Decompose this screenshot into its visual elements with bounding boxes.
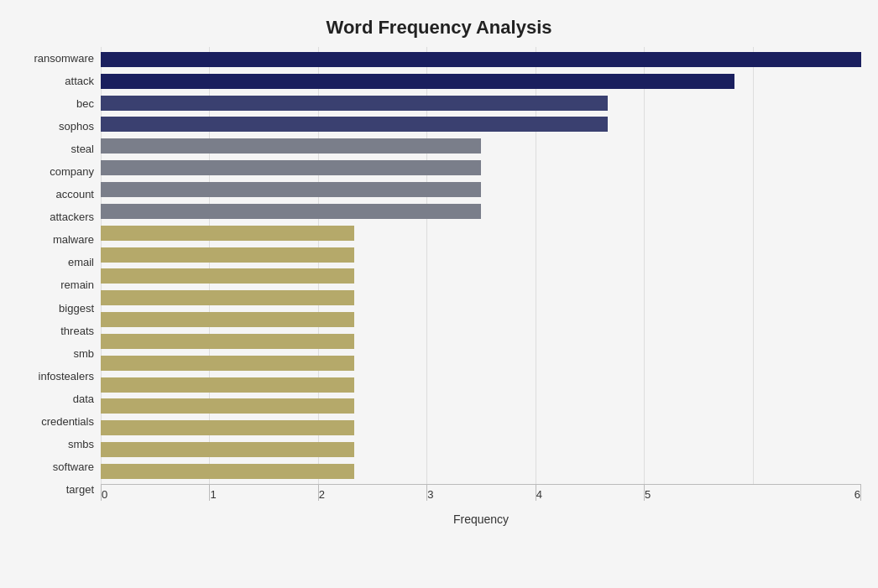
y-label-sophos: sophos [59, 117, 94, 136]
bar-biggest [101, 290, 354, 305]
bar-remain [101, 268, 354, 284]
y-label-email: email [68, 253, 94, 272]
y-label-malware: malware [53, 231, 94, 249]
y-label-credentials: credentials [41, 412, 94, 430]
y-axis: ransomwareattackbecsophosstealcompanyacc… [17, 47, 101, 526]
chart-container: Word Frequency Analysis ransomwareattack… [0, 0, 878, 588]
x-tick-5: 5 [644, 485, 752, 501]
bar-row-target [101, 463, 861, 480]
bar-row-email [101, 247, 861, 263]
y-label-infostealers: infostealers [39, 367, 94, 385]
bar-credentials [101, 398, 354, 414]
y-label-account: account [55, 185, 94, 204]
bar-malware [101, 226, 354, 241]
x-axis-wrapper: 0123456 Frequency [101, 484, 861, 526]
bar-target [101, 464, 354, 479]
bar-row-data [101, 377, 861, 393]
y-label-threats: threats [60, 321, 94, 340]
x-axis: 0123456 [101, 484, 861, 509]
bar-row-attack [101, 73, 861, 90]
bar-row-software [101, 441, 861, 458]
bar-row-ransomware [101, 51, 861, 68]
bar-attackers [101, 204, 481, 219]
bars-inner [101, 47, 861, 484]
bar-row-infostealers [101, 355, 861, 372]
bar-infostealers [101, 356, 354, 371]
bar-row-bec [101, 95, 861, 112]
y-label-remain: remain [60, 276, 94, 294]
chart-area: ransomwareattackbecsophosstealcompanyacc… [17, 47, 861, 526]
bar-email [101, 247, 354, 263]
y-label-steal: steal [71, 140, 94, 159]
x-tick-6: 6 [753, 485, 861, 501]
y-label-company: company [50, 163, 94, 181]
bar-row-steal [101, 138, 861, 154]
bar-row-biggest [101, 289, 861, 306]
bar-threats [101, 312, 354, 327]
bar-row-company [101, 159, 861, 176]
bar-smbs [101, 420, 354, 435]
bar-data [101, 377, 354, 393]
bar-row-remain [101, 268, 861, 284]
bars-and-x: 0123456 Frequency [101, 47, 861, 526]
bar-row-malware [101, 225, 861, 242]
x-tick-3: 3 [426, 485, 535, 501]
bar-row-threats [101, 311, 861, 328]
x-tick-0: 0 [101, 485, 209, 501]
y-label-smbs: smbs [68, 434, 94, 453]
chart-title: Word Frequency Analysis [17, 17, 861, 39]
bar-row-smbs [101, 419, 861, 436]
x-axis-label: Frequency [101, 513, 861, 526]
bars-area [101, 47, 861, 484]
bar-sophos [101, 117, 608, 132]
x-tick-4: 4 [536, 485, 644, 501]
bar-row-smb [101, 333, 861, 350]
bar-account [101, 182, 481, 197]
bar-attack [101, 74, 734, 89]
y-label-bec: bec [76, 95, 94, 113]
bar-smb [101, 334, 354, 349]
bar-bec [101, 96, 608, 111]
bar-row-credentials [101, 398, 861, 414]
bar-row-account [101, 181, 861, 198]
x-tick-1: 1 [209, 485, 317, 501]
y-label-attackers: attackers [50, 208, 94, 226]
y-label-smb: smb [73, 344, 94, 362]
y-label-target: target [66, 480, 94, 498]
bar-software [101, 442, 354, 457]
bar-steal [101, 138, 481, 154]
y-label-data: data [73, 389, 94, 408]
x-tick-2: 2 [318, 485, 426, 501]
bar-company [101, 160, 481, 175]
y-label-software: software [53, 457, 94, 476]
bar-row-attackers [101, 203, 861, 220]
y-label-attack: attack [65, 72, 94, 91]
bar-row-sophos [101, 116, 861, 133]
y-label-ransomware: ransomware [34, 49, 94, 68]
bar-ransomware [101, 52, 861, 67]
y-label-biggest: biggest [59, 299, 94, 317]
